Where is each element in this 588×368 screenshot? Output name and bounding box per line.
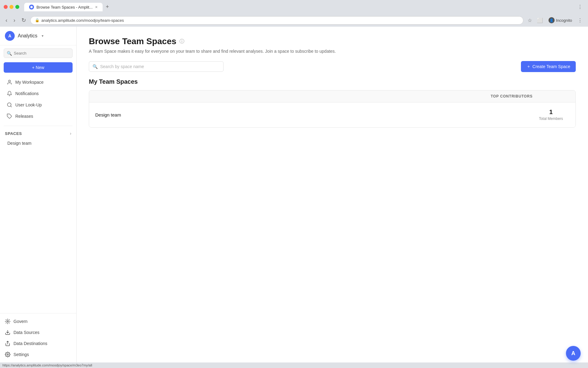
sidebar-header: A Analytics ▾ bbox=[0, 27, 76, 45]
share-icon bbox=[5, 341, 10, 346]
info-icon[interactable]: ⓘ bbox=[179, 38, 184, 45]
sidebar-item-label-govern: Govern bbox=[13, 319, 28, 324]
sidebar-item-govern[interactable]: Govern bbox=[0, 316, 76, 327]
status-bar: https://analytics.amplitude.com/moodjoy/… bbox=[0, 362, 588, 368]
sidebar-item-releases[interactable]: Releases bbox=[2, 111, 74, 122]
incognito-icon: 👤 bbox=[548, 17, 555, 23]
sidebar-search-input[interactable] bbox=[4, 48, 73, 58]
members-label: Total Members bbox=[539, 117, 563, 121]
create-team-space-button[interactable]: ＋ Create Team Space bbox=[521, 61, 576, 72]
logo-letter: A bbox=[8, 33, 11, 38]
sidebar-item-settings[interactable]: Settings bbox=[0, 349, 76, 360]
svg-point-5 bbox=[7, 321, 9, 322]
sidebar-item-label-settings: Settings bbox=[13, 352, 29, 357]
sidebar-item-label-releases: Releases bbox=[15, 114, 33, 119]
sidebar-item-label-data-sources: Data Sources bbox=[13, 330, 40, 335]
page-description: A Team Space makes it easy for everyone … bbox=[89, 49, 576, 54]
app-logo[interactable]: A bbox=[5, 31, 15, 41]
help-button[interactable]: A bbox=[566, 346, 581, 361]
app-name: Analytics bbox=[18, 33, 37, 39]
table-row: Design team 1 Total Members bbox=[89, 102, 575, 127]
tab-favicon bbox=[29, 5, 34, 10]
tab-title: Browse Team Spaces - Amplit... bbox=[36, 5, 92, 10]
minimize-window-button[interactable] bbox=[9, 5, 13, 9]
my-team-spaces-section-title: My Team Spaces bbox=[89, 78, 576, 85]
sidebar-item-data-sources[interactable]: Data Sources bbox=[0, 327, 76, 338]
sidebar-item-label-user-lookup: User Look-Up bbox=[15, 102, 42, 107]
gear-icon bbox=[5, 352, 10, 357]
page-title-row: Browse Team Spaces ⓘ bbox=[89, 36, 576, 46]
address-text: analytics.amplitude.com/moodjoy/team-spa… bbox=[41, 18, 124, 23]
spaces-section-title: SPACES bbox=[5, 131, 22, 136]
top-contributors-header: TOP CONTRIBUTORS bbox=[491, 94, 533, 98]
spaces-section-header: SPACES › bbox=[0, 128, 76, 138]
app-layout: A Analytics ▾ 🔍 + New My Workspace Notif… bbox=[0, 27, 588, 362]
download-icon bbox=[5, 330, 10, 335]
browser-top: Browse Team Spaces - Amplit... ✕ + ⋮ bbox=[4, 2, 584, 11]
sidebar-item-label-notifications: Notifications bbox=[15, 91, 39, 96]
table-header: TOP CONTRIBUTORS bbox=[89, 90, 575, 102]
sidebar: A Analytics ▾ 🔍 + New My Workspace Notif… bbox=[0, 27, 77, 362]
help-logo: A bbox=[571, 350, 575, 357]
spaces-section-arrow[interactable]: › bbox=[70, 131, 71, 136]
tab-bar: Browse Team Spaces - Amplit... ✕ + bbox=[24, 2, 111, 11]
team-spaces-table: TOP CONTRIBUTORS Design team 1 Total Mem… bbox=[89, 90, 576, 128]
tab-close-button[interactable]: ✕ bbox=[95, 5, 98, 9]
sidebar-divider bbox=[4, 126, 73, 126]
app-name-chevron: ▾ bbox=[42, 34, 43, 38]
team-space-members: 1 Total Members bbox=[533, 109, 569, 121]
incognito-button[interactable]: 👤 Incognito bbox=[546, 16, 575, 25]
team-space-name[interactable]: Design team bbox=[95, 112, 533, 117]
lock-icon: 🔒 bbox=[35, 18, 40, 22]
split-screen-button[interactable]: ⬜ bbox=[535, 16, 545, 25]
bell-icon bbox=[7, 91, 12, 96]
nav-actions: ☆ ⬜ 👤 Incognito ⋮ bbox=[526, 16, 584, 25]
svg-line-3 bbox=[10, 106, 11, 107]
sidebar-item-label-my-workspace: My Workspace bbox=[15, 80, 43, 85]
sidebar-search-wrapper: 🔍 bbox=[4, 48, 73, 58]
main-content: Browse Team Spaces ⓘ A Team Space makes … bbox=[77, 27, 588, 362]
sidebar-item-label-data-destinations: Data Destinations bbox=[13, 341, 47, 346]
menu-button[interactable]: ⋮ bbox=[576, 16, 584, 25]
search-and-create-bar: 🔍 ＋ Create Team Space bbox=[89, 61, 576, 72]
sidebar-search-container: 🔍 bbox=[0, 45, 76, 61]
sidebar-nav: My Workspace Notifications User Look-Up … bbox=[0, 75, 76, 123]
space-search-icon: 🔍 bbox=[92, 64, 98, 69]
create-btn-plus-icon: ＋ bbox=[526, 64, 531, 69]
maximize-window-button[interactable] bbox=[15, 5, 19, 9]
bookmark-button[interactable]: ☆ bbox=[526, 16, 534, 25]
sidebar-item-notifications[interactable]: Notifications bbox=[2, 88, 74, 99]
active-tab[interactable]: Browse Team Spaces - Amplit... ✕ bbox=[24, 3, 103, 11]
new-tab-button[interactable]: + bbox=[103, 2, 111, 11]
user-search-icon bbox=[7, 102, 12, 108]
tag-icon bbox=[7, 113, 12, 119]
svg-point-0 bbox=[30, 6, 33, 8]
sidebar-item-my-workspace[interactable]: My Workspace bbox=[2, 77, 74, 88]
sidebar-bottom: Govern Data Sources Data Destinations Se… bbox=[0, 313, 76, 362]
back-button[interactable]: ‹ bbox=[4, 16, 9, 25]
page-header: Browse Team Spaces ⓘ A Team Space makes … bbox=[89, 36, 576, 54]
status-url: https://analytics.amplitude.com/moodjoy/… bbox=[2, 363, 92, 367]
refresh-button[interactable]: ↻ bbox=[20, 16, 28, 25]
members-count: 1 bbox=[533, 109, 569, 116]
svg-point-8 bbox=[7, 354, 9, 355]
traffic-lights bbox=[4, 5, 19, 9]
sidebar-item-user-lookup[interactable]: User Look-Up bbox=[2, 99, 74, 110]
extensions-button[interactable]: ⋮ bbox=[576, 3, 584, 11]
incognito-label: Incognito bbox=[556, 18, 572, 23]
close-window-button[interactable] bbox=[4, 5, 8, 9]
space-search-container: 🔍 bbox=[89, 61, 224, 72]
sidebar-item-design-team[interactable]: Design team bbox=[0, 138, 76, 148]
create-btn-label: Create Team Space bbox=[533, 64, 570, 69]
new-button[interactable]: + New bbox=[4, 62, 73, 73]
browser-chrome: Browse Team Spaces - Amplit... ✕ + ⋮ ‹ ›… bbox=[0, 0, 588, 27]
svg-point-1 bbox=[9, 80, 10, 82]
space-search-input[interactable] bbox=[89, 61, 224, 72]
page-title: Browse Team Spaces bbox=[89, 36, 176, 46]
forward-button[interactable]: › bbox=[12, 16, 17, 25]
sidebar-item-data-destinations[interactable]: Data Destinations bbox=[0, 338, 76, 349]
sidebar-search-icon: 🔍 bbox=[7, 51, 12, 56]
nav-bar: ‹ › ↻ 🔒 analytics.amplitude.com/moodjoy/… bbox=[4, 14, 584, 27]
person-icon bbox=[7, 79, 12, 85]
address-bar[interactable]: 🔒 analytics.amplitude.com/moodjoy/team-s… bbox=[30, 16, 523, 25]
